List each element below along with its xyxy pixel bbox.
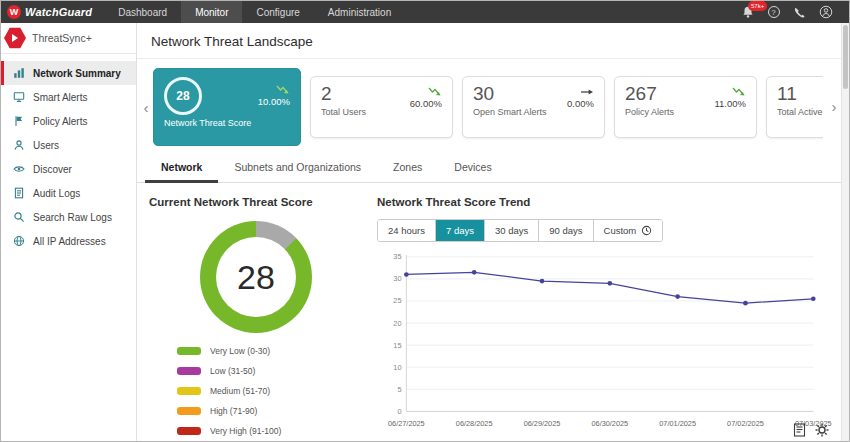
legend-swatch	[177, 407, 201, 415]
svg-text:0: 0	[397, 407, 401, 416]
card-label: Total Users	[321, 107, 409, 118]
sidebar-item-label: Policy Alerts	[33, 116, 87, 127]
trend-flat-icon	[567, 87, 594, 98]
legend-swatch	[177, 367, 201, 375]
legend-item: Very High (91-100)	[177, 426, 363, 436]
sidebar-item-all-ip-addresses[interactable]: All IP Addresses	[1, 229, 136, 253]
tab-network[interactable]: Network	[145, 153, 218, 183]
tab-devices[interactable]: Devices	[438, 153, 507, 183]
product-name: ThreatSync+	[32, 32, 92, 44]
trend-chart-svg: 0510152025303506/27/202506/28/202506/29/…	[377, 249, 827, 435]
delta-value: 60.00%	[410, 98, 442, 109]
legend-item: Very Low (0-30)	[177, 346, 363, 356]
delta-value: 10.00%	[258, 96, 290, 107]
card-label: Total Active Devices	[777, 107, 823, 118]
sidebar-item-users[interactable]: Users	[1, 133, 136, 157]
sidebar-item-network-summary[interactable]: Network Summary	[1, 61, 136, 85]
delta-indicator: 0.00%	[567, 87, 594, 109]
nav-configure[interactable]: Configure	[242, 1, 313, 23]
sidebar-item-label: Audit Logs	[33, 188, 80, 199]
threatsync-logo-icon	[4, 27, 26, 49]
user-icon	[13, 139, 25, 151]
svg-text:06/27/2025: 06/27/2025	[388, 419, 425, 428]
watchguard-brand[interactable]: W WatchGuard	[1, 5, 104, 19]
phone-icon[interactable]	[792, 5, 807, 20]
navbar-utilities: 57k+ ?	[740, 5, 849, 20]
sidebar-item-policy-alerts[interactable]: Policy Alerts	[1, 109, 136, 133]
svg-text:06/29/2025: 06/29/2025	[524, 419, 561, 428]
threatsync-header[interactable]: ThreatSync+	[1, 23, 136, 54]
report-icon[interactable]	[793, 423, 806, 437]
svg-text:06/28/2025: 06/28/2025	[456, 419, 493, 428]
scrollbar-thumb[interactable]	[843, 25, 848, 89]
nav-dashboard[interactable]: Dashboard	[104, 1, 181, 23]
trend-down-icon	[714, 87, 746, 98]
tab-subnets-and-organizations[interactable]: Subnets and Organizations	[218, 153, 377, 183]
settings-gear-icon[interactable]	[815, 423, 829, 437]
nav-monitor[interactable]: Monitor	[181, 1, 242, 23]
card-policy-alerts[interactable]: 267 11.00% Policy Alerts	[614, 76, 757, 138]
svg-text:25: 25	[393, 296, 401, 305]
sidebar-item-label: Network Summary	[33, 68, 121, 79]
cards-scroll-right-chevron-icon[interactable]: ›	[827, 99, 841, 114]
svg-text:07/01/2025: 07/01/2025	[659, 419, 696, 428]
legend-swatch	[177, 347, 201, 355]
vertical-scrollbar[interactable]	[841, 23, 849, 441]
flag-icon	[13, 115, 25, 127]
account-icon[interactable]	[818, 5, 833, 20]
tab-zones[interactable]: Zones	[377, 153, 438, 183]
sidebar-item-label: Users	[33, 140, 59, 151]
svg-text:20: 20	[393, 319, 401, 328]
legend-item: Low (31-50)	[177, 366, 363, 376]
main-nav: Dashboard Monitor Configure Administrati…	[104, 1, 405, 23]
range-custom[interactable]: Custom	[594, 220, 663, 241]
sidebar-item-audit-logs[interactable]: Audit Logs	[1, 181, 136, 205]
threat-score-donut: 28	[200, 221, 312, 333]
card-open-smart-alerts[interactable]: 30 0.00% Open Smart Alerts	[462, 76, 605, 138]
eye-icon	[13, 163, 25, 175]
card-network-threat-score[interactable]: 28 10.00% Network Threat Score	[153, 68, 301, 146]
document-icon	[13, 187, 25, 199]
card-label: Policy Alerts	[625, 107, 713, 118]
threat-score-value: 28	[216, 237, 297, 318]
svg-text:5: 5	[397, 385, 401, 394]
delta-value: 11.00%	[714, 98, 746, 109]
mini-score-ring: 28	[164, 77, 202, 115]
sidebar-item-discover[interactable]: Discover	[1, 157, 136, 181]
panels: Current Network Threat Score 28 Very Low…	[137, 183, 841, 441]
range-24-hours[interactable]: 24 hours	[378, 220, 436, 241]
cards-scroll-left-chevron-icon[interactable]: ‹	[139, 100, 153, 115]
svg-text:15: 15	[393, 341, 401, 350]
sidebar-item-search-raw-logs[interactable]: Search Raw Logs	[1, 205, 136, 229]
delta-value: 0.00%	[567, 98, 594, 109]
trend-panel-title: Network Threat Score Trend	[377, 196, 827, 208]
sidebar-item-label: All IP Addresses	[33, 236, 106, 247]
monitor-alert-icon	[13, 91, 25, 103]
trend-down-icon	[410, 87, 442, 98]
sidebar-nav: Network Summary Smart Alerts Policy Aler…	[1, 54, 136, 253]
current-score-panel: Current Network Threat Score 28 Very Low…	[149, 196, 363, 441]
trend-panel: Network Threat Score Trend 24 hours 7 da…	[363, 196, 827, 441]
notifications-bell-icon[interactable]: 57k+	[740, 5, 755, 20]
range-90-days[interactable]: 90 days	[539, 220, 593, 241]
trend-down-icon	[258, 85, 290, 96]
notification-badge: 57k+	[748, 1, 767, 11]
nav-administration[interactable]: Administration	[314, 1, 405, 23]
main-content: Network Threat Landscape ‹ 28 10.00% Net…	[137, 23, 841, 441]
card-label: Network Threat Score	[164, 118, 252, 129]
time-range-selector: 24 hours 7 days 30 days 90 days Custom	[377, 219, 663, 242]
range-custom-label: Custom	[604, 225, 637, 236]
range-30-days[interactable]: 30 days	[485, 220, 539, 241]
sidebar-item-label: Search Raw Logs	[33, 212, 112, 223]
card-label: Open Smart Alerts	[473, 107, 561, 118]
help-icon[interactable]: ?	[766, 5, 781, 20]
range-7-days[interactable]: 7 days	[436, 220, 485, 241]
svg-text:35: 35	[393, 252, 401, 261]
app-window: W WatchGuard Dashboard Monitor Configure…	[0, 0, 850, 442]
svg-text:06/30/2025: 06/30/2025	[591, 419, 628, 428]
card-total-users[interactable]: 2 60.00% Total Users	[310, 76, 453, 138]
sidebar-item-smart-alerts[interactable]: Smart Alerts	[1, 85, 136, 109]
history-clock-icon	[641, 225, 652, 236]
legend-item: Medium (51-70)	[177, 386, 363, 396]
card-total-active-devices[interactable]: 11 Total Active Devices	[766, 76, 823, 138]
